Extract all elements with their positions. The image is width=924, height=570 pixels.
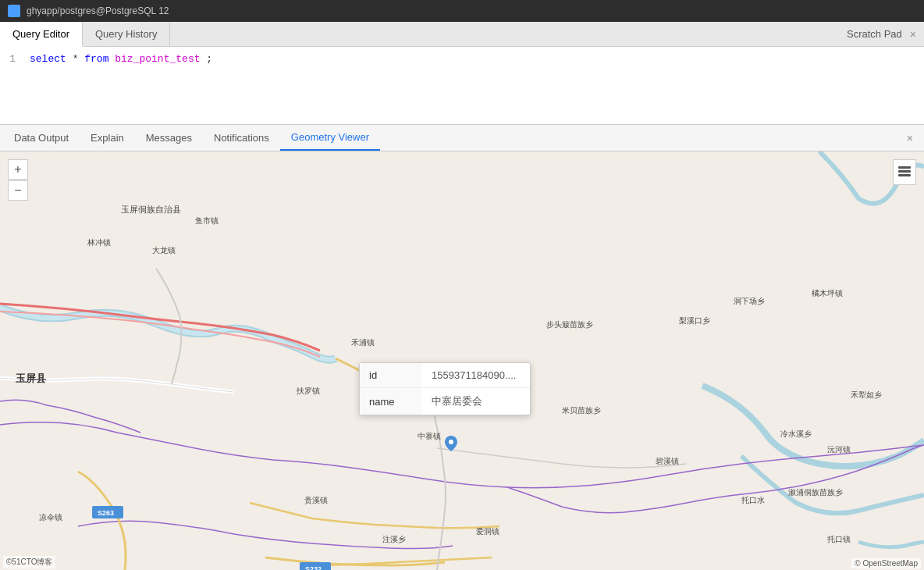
keyword-select: select	[30, 53, 66, 65]
titlebar-text: ghyapp/postgres@PostgreSQL 12	[27, 5, 169, 16]
svg-rect-33	[898, 170, 911, 173]
popup-value-id: 1559371184090....	[422, 363, 530, 388]
svg-rect-0	[0, 151, 924, 570]
keyword-from: from	[84, 53, 108, 65]
svg-text:凉伞镇: 凉伞镇	[39, 513, 62, 522]
svg-text:托口镇: 托口镇	[826, 535, 851, 543]
tab-notifications[interactable]: Notifications	[203, 125, 280, 151]
popup-table: id 1559371184090.... name 中寨居委会	[360, 363, 530, 415]
code-space: *	[73, 53, 85, 65]
scratch-pad-area: Scratch Pad ×	[839, 22, 924, 46]
code-semicolon: ;	[206, 53, 212, 65]
tab-messages[interactable]: Messages	[135, 125, 203, 151]
scratch-pad-close[interactable]: ×	[910, 29, 916, 40]
tabbar: Query Editor Query History Scratch Pad ×	[0, 22, 924, 47]
map-svg: 玉屏侗族自治县 鱼市镇 大龙镇 林冲镇 玉屏县 禾浦镇 扶罗镇 中寨镇 贵溪镇 …	[0, 151, 924, 570]
svg-text:托口水: 托口水	[741, 496, 765, 504]
tab-query-history[interactable]: Query History	[83, 22, 170, 46]
svg-text:中寨镇: 中寨镇	[418, 432, 441, 440]
svg-text:洞下场乡: 洞下场乡	[734, 297, 765, 305]
svg-text:扶罗镇: 扶罗镇	[296, 387, 320, 395]
query-code[interactable]: select * from biz_point_test ;	[23, 53, 924, 118]
popup-row-id: id 1559371184090....	[360, 363, 530, 388]
zoom-in-btn[interactable]: +	[8, 159, 28, 180]
svg-text:玉屏侗族自治县: 玉屏侗族自治县	[121, 205, 181, 214]
svg-text:橘木坪镇: 橘木坪镇	[812, 289, 843, 297]
app-icon	[8, 5, 20, 17]
map-container: 玉屏侗族自治县 鱼市镇 大龙镇 林冲镇 玉屏县 禾浦镇 扶罗镇 中寨镇 贵溪镇 …	[0, 151, 924, 570]
svg-point-35	[449, 440, 453, 444]
results-close-btn[interactable]: ×	[899, 125, 921, 151]
svg-text:禾浦镇: 禾浦镇	[351, 338, 375, 347]
svg-text:林冲镇: 林冲镇	[87, 238, 111, 247]
tab-data-output[interactable]: Data Output	[3, 125, 80, 151]
svg-text:玉屏县: 玉屏县	[16, 372, 47, 384]
svg-text:禾犁如乡: 禾犁如乡	[851, 390, 882, 399]
query-editor-panel: 1 select * from biz_point_test ;	[0, 47, 924, 125]
svg-text:S263: S263	[98, 509, 114, 517]
tab-query-editor[interactable]: Query Editor	[0, 22, 83, 47]
svg-text:鱼市镇: 鱼市镇	[195, 216, 219, 225]
table-name: biz_point_test	[115, 53, 200, 65]
svg-rect-34	[898, 174, 911, 176]
layer-control-btn[interactable]	[893, 159, 916, 185]
map-marker[interactable]	[445, 436, 457, 454]
svg-text:梨溪口乡: 梨溪口乡	[679, 316, 710, 325]
popup-key-name: name	[360, 388, 422, 415]
svg-text:大龙镇: 大龙镇	[152, 246, 176, 255]
popup-key-id: id	[360, 363, 422, 388]
line-numbers: 1	[0, 53, 23, 118]
zoom-out-btn[interactable]: −	[8, 180, 28, 201]
map-popup: id 1559371184090.... name 中寨居委会	[359, 362, 531, 415]
svg-text:注溪乡: 注溪乡	[382, 535, 406, 543]
svg-text:S232: S232	[305, 565, 322, 570]
svg-text:碧溪镇: 碧溪镇	[656, 457, 679, 465]
titlebar: ghyapp/postgres@PostgreSQL 12	[0, 0, 924, 22]
layers-icon	[897, 163, 912, 179]
tab-geometry-viewer[interactable]: Geometry Viewer	[280, 125, 380, 151]
map-attribution-left: ©51CTO博客	[3, 556, 55, 568]
svg-text:爱洞镇: 爱洞镇	[476, 527, 499, 536]
svg-text:贵溪镇: 贵溪镇	[304, 496, 328, 504]
tab-explain[interactable]: Explain	[80, 125, 135, 151]
svg-rect-32	[898, 166, 911, 169]
svg-text:溆浦侗族苗族乡: 溆浦侗族苗族乡	[788, 488, 843, 497]
svg-text:冷水溪乡: 冷水溪乡	[780, 429, 812, 438]
map-attribution-right: © OpenStreetMap	[851, 558, 921, 568]
svg-text:步头簸苗族乡: 步头簸苗族乡	[546, 320, 593, 329]
marker-icon	[445, 436, 457, 451]
popup-value-name: 中寨居委会	[422, 388, 530, 415]
map-zoom-controls: + −	[8, 159, 28, 201]
svg-text:沅河镇: 沅河镇	[827, 445, 851, 454]
scratch-pad-label: Scratch Pad	[847, 28, 902, 40]
svg-text:米贝苗族乡: 米贝苗族乡	[562, 406, 601, 415]
popup-row-name: name 中寨居委会	[360, 388, 530, 415]
results-tabbar: Data Output Explain Messages Notificatio…	[0, 125, 924, 151]
